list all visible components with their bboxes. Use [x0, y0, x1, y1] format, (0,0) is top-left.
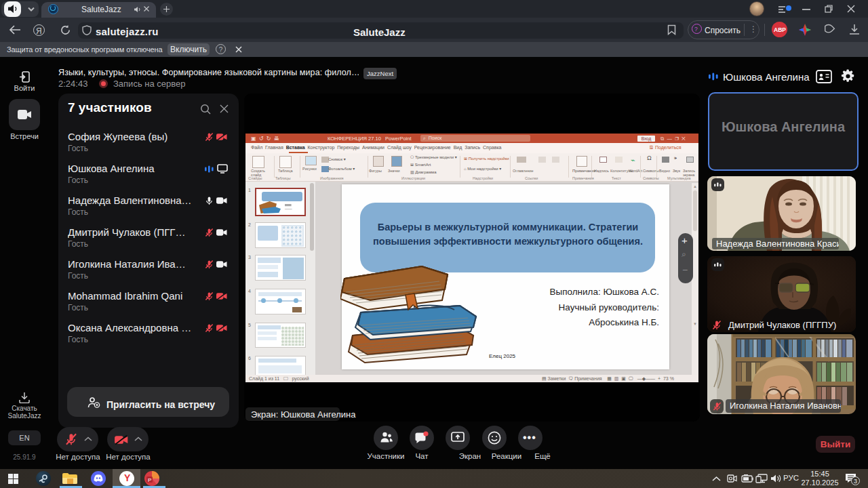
- svg-text:P: P: [148, 477, 151, 483]
